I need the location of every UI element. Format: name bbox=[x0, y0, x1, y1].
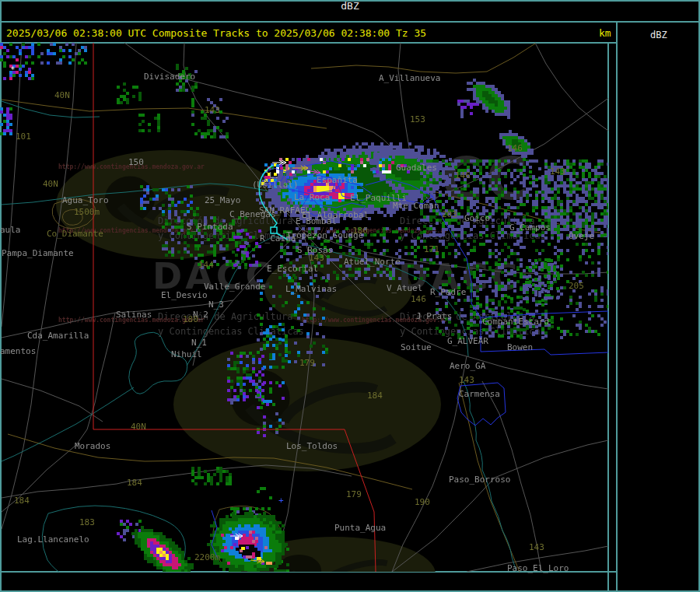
radar-echo-canvas bbox=[0, 43, 608, 572]
radar-app-window: { "title_bar": "dBZ", "header": { "timel… bbox=[0, 0, 700, 592]
